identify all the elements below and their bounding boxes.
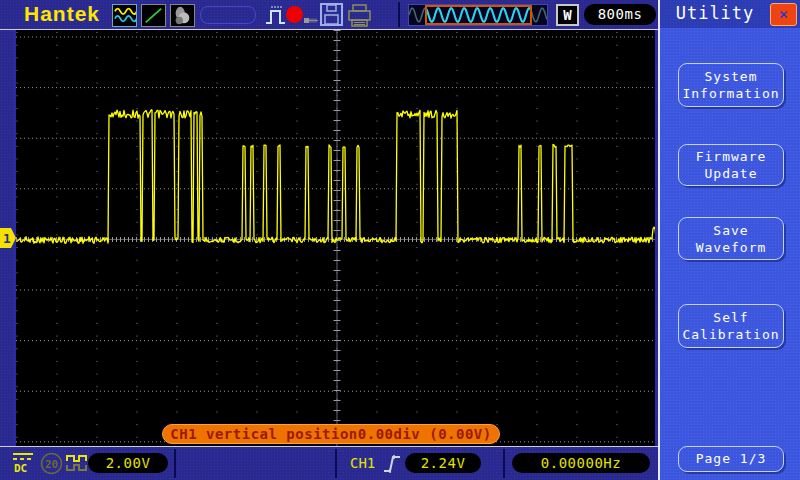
preview-window-handle[interactable] bbox=[425, 5, 532, 25]
status-message: CH1 vertical position0.00div (0.00V) bbox=[162, 424, 500, 444]
svg-text:20: 20 bbox=[45, 458, 58, 471]
empty-slot bbox=[200, 6, 256, 24]
channel1-position-marker[interactable]: 1 bbox=[0, 228, 17, 249]
hand-icon bbox=[170, 4, 195, 27]
button-label-line: Update bbox=[679, 165, 783, 182]
button-label-line: System bbox=[679, 68, 783, 85]
bottom-separator-line bbox=[0, 446, 658, 447]
ch1-volts-div-readout: 2.00V bbox=[88, 453, 168, 473]
trigger-rising-edge-icon bbox=[383, 451, 401, 475]
topbar-separator bbox=[398, 2, 400, 27]
bottombar-separator bbox=[174, 449, 176, 478]
self-calibration-button[interactable]: Self Calibration bbox=[678, 304, 784, 348]
button-label-line: Information bbox=[679, 85, 783, 102]
hantek-logo: Hantek bbox=[24, 2, 100, 26]
printer-icon bbox=[347, 4, 373, 27]
button-label-line: Self bbox=[679, 309, 783, 326]
bottombar-separator bbox=[335, 449, 337, 478]
svg-text:DC: DC bbox=[14, 462, 27, 475]
timebase-readout: 800ms bbox=[584, 4, 656, 25]
button-label-line: Save bbox=[679, 222, 783, 239]
page-indicator-button[interactable]: Page 1/3 bbox=[678, 446, 784, 472]
coupling-dc-icon: DC bbox=[10, 452, 36, 475]
slope-icon bbox=[141, 4, 166, 27]
graticule-and-trace bbox=[16, 30, 655, 446]
waveform-display bbox=[14, 30, 657, 446]
window-mode-indicator: W bbox=[556, 4, 579, 26]
button-label-line: Waveform bbox=[679, 239, 783, 256]
button-label-line: Calibration bbox=[679, 326, 783, 343]
firmware-update-button[interactable]: Firmware Update bbox=[678, 144, 784, 186]
bottom-bar: DC 20 2.00V CH1 2.24V 0.00000Hz bbox=[0, 447, 658, 480]
trigger-level-readout: 2.24V bbox=[405, 453, 481, 473]
utility-menu-panel: Utility ✕ System Information Firmware Up… bbox=[658, 0, 800, 480]
top-bar: Hantek bbox=[0, 0, 658, 29]
close-icon[interactable]: ✕ bbox=[770, 3, 797, 26]
bottombar-separator bbox=[503, 449, 505, 478]
probe-icon bbox=[304, 10, 319, 19]
system-information-button[interactable]: System Information bbox=[678, 63, 784, 107]
horizontal-waveform-preview bbox=[408, 4, 548, 26]
save-floppy-icon bbox=[320, 3, 344, 26]
top-separator-line bbox=[0, 29, 658, 30]
record-icon bbox=[286, 6, 303, 23]
svg-text:1: 1 bbox=[3, 231, 11, 246]
frequency-counter-readout: 0.00000Hz bbox=[512, 453, 650, 473]
trigger-source-label: CH1 bbox=[350, 455, 375, 471]
save-waveform-button[interactable]: Save Waveform bbox=[678, 217, 784, 260]
channels-waveform-icon bbox=[112, 4, 137, 27]
bandwidth-20m-icon: 20 bbox=[40, 452, 63, 475]
button-label-line: Firmware bbox=[679, 148, 783, 165]
